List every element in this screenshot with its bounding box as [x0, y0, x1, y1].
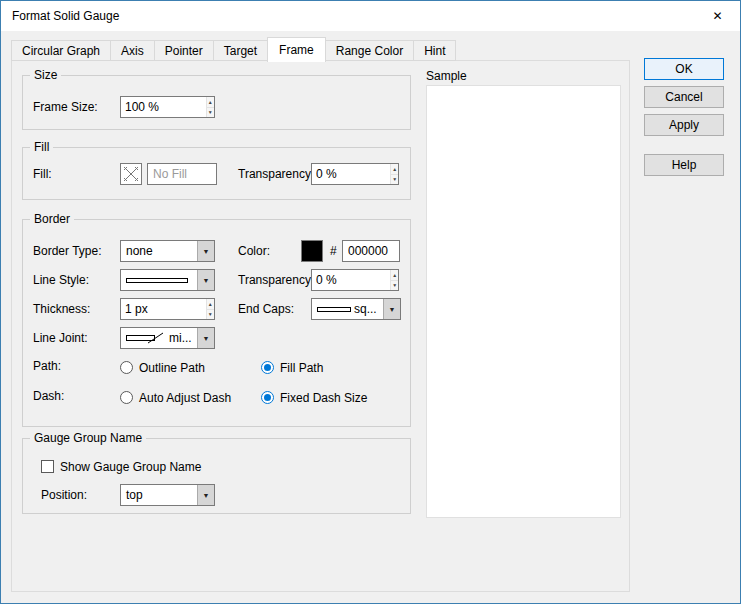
- fill-label: Fill:: [33, 163, 52, 185]
- radio-fixed-dash-size-label: Fixed Dash Size: [280, 391, 367, 405]
- help-button[interactable]: Help: [644, 154, 724, 176]
- end-caps-preview: sq...: [312, 299, 383, 319]
- radio-unchecked-icon: [120, 361, 133, 374]
- radio-unchecked-icon: [120, 391, 133, 404]
- frame-size-input[interactable]: [121, 97, 206, 117]
- gauge-group-legend: Gauge Group Name: [30, 431, 146, 445]
- show-gauge-group-name-label: Show Gauge Group Name: [60, 460, 201, 474]
- frame-tab-panel: Size Frame Size: ▲ ▼ Fill Fill: Transpar…: [11, 60, 630, 592]
- tab-pointer[interactable]: Pointer: [154, 40, 214, 61]
- line-joint-label: Line Joint:: [33, 327, 88, 349]
- fill-pattern-button[interactable]: [120, 163, 142, 185]
- radio-fill-path-label: Fill Path: [280, 361, 323, 375]
- border-transparency-stepper[interactable]: ▲ ▼: [311, 269, 399, 291]
- radio-auto-adjust-dash-label: Auto Adjust Dash: [139, 391, 231, 405]
- thickness-stepper[interactable]: ▲ ▼: [120, 298, 215, 320]
- line-joint-select[interactable]: mi... ▼: [120, 327, 215, 349]
- line-joint-preview: mi...: [121, 328, 197, 348]
- spin-up-icon[interactable]: ▲: [391, 270, 398, 281]
- border-type-value: none: [121, 241, 197, 261]
- size-group-legend: Size: [30, 68, 61, 82]
- border-color-label: Color:: [238, 240, 270, 262]
- tab-axis[interactable]: Axis: [110, 40, 155, 61]
- tab-strip: Circular Graph Axis Pointer Target Frame…: [11, 36, 456, 61]
- cancel-button[interactable]: Cancel: [644, 86, 724, 108]
- line-joint-value: mi...: [169, 331, 192, 345]
- spin-down-icon[interactable]: ▼: [207, 310, 214, 320]
- radio-outline-path-label: Outline Path: [139, 361, 205, 375]
- checkbox-unchecked-icon: [41, 460, 54, 473]
- end-caps-value: sq...: [354, 302, 377, 316]
- fill-transparency-label: Transparency:: [238, 163, 314, 185]
- hatch-pattern-icon: [124, 167, 138, 181]
- radio-fixed-dash-size[interactable]: Fixed Dash Size: [261, 390, 367, 405]
- thickness-label: Thickness:: [33, 298, 90, 320]
- fill-transparency-input[interactable]: [312, 164, 390, 184]
- radio-fill-path[interactable]: Fill Path: [261, 360, 323, 375]
- radio-auto-adjust-dash[interactable]: Auto Adjust Dash: [120, 390, 231, 405]
- border-color-swatch[interactable]: [301, 240, 323, 262]
- dash-label: Dash:: [33, 385, 64, 407]
- spin-down-icon[interactable]: ▼: [391, 175, 398, 185]
- thickness-input[interactable]: [121, 299, 206, 319]
- fill-value-input[interactable]: [147, 163, 217, 185]
- format-solid-gauge-dialog: Format Solid Gauge ✕ Circular Graph Axis…: [0, 0, 741, 604]
- end-caps-label: End Caps:: [238, 298, 294, 320]
- line-joint-icon: [126, 332, 166, 344]
- frame-size-stepper[interactable]: ▲ ▼: [120, 96, 215, 118]
- tab-target[interactable]: Target: [213, 40, 268, 61]
- border-type-select[interactable]: none ▼: [120, 240, 215, 262]
- border-transparency-label: Transparency:: [238, 269, 314, 291]
- chevron-down-icon: ▼: [197, 270, 214, 290]
- spin-up-icon[interactable]: ▲: [207, 97, 214, 108]
- border-transparency-spin-buttons: ▲ ▼: [390, 270, 398, 290]
- border-color-hex-input[interactable]: [342, 240, 400, 262]
- window-title: Format Solid Gauge: [1, 9, 119, 23]
- end-caps-line-icon: [317, 307, 351, 312]
- size-group: Size Frame Size: ▲ ▼: [22, 75, 411, 130]
- show-gauge-group-name-checkbox[interactable]: Show Gauge Group Name: [41, 459, 201, 474]
- close-icon[interactable]: ✕: [695, 1, 740, 31]
- position-select[interactable]: top ▼: [120, 484, 215, 506]
- apply-button[interactable]: Apply: [644, 114, 724, 136]
- tab-hint[interactable]: Hint: [413, 40, 456, 61]
- fill-group: Fill Fill: Transparency: ▲ ▼: [22, 147, 411, 200]
- path-label: Path:: [33, 355, 61, 377]
- tab-range-color[interactable]: Range Color: [325, 40, 414, 61]
- border-group: Border Border Type: none ▼ Color: # Line…: [22, 219, 411, 427]
- sample-label: Sample: [426, 69, 467, 83]
- spin-down-icon[interactable]: ▼: [207, 108, 214, 118]
- ok-button[interactable]: OK: [644, 58, 724, 80]
- thickness-spin-buttons: ▲ ▼: [206, 299, 214, 319]
- spin-up-icon[interactable]: ▲: [391, 164, 398, 175]
- line-style-icon: [126, 278, 188, 283]
- chevron-down-icon: ▼: [197, 241, 214, 261]
- frame-size-spin-buttons: ▲ ▼: [206, 97, 214, 117]
- sample-preview: [426, 85, 621, 518]
- spin-down-icon[interactable]: ▼: [391, 281, 398, 291]
- tab-frame[interactable]: Frame: [267, 37, 326, 62]
- border-group-legend: Border: [30, 212, 74, 226]
- radio-checked-icon: [261, 391, 274, 404]
- line-style-label: Line Style:: [33, 269, 89, 291]
- line-style-select[interactable]: ▼: [120, 269, 215, 291]
- chevron-down-icon: ▼: [197, 328, 214, 348]
- chevron-down-icon: ▼: [383, 299, 400, 319]
- border-transparency-input[interactable]: [312, 270, 390, 290]
- line-style-preview: [121, 270, 197, 290]
- end-caps-select[interactable]: sq... ▼: [311, 298, 401, 320]
- border-type-label: Border Type:: [33, 240, 101, 262]
- radio-checked-icon: [261, 361, 274, 374]
- gauge-group-name-group: Gauge Group Name Show Gauge Group Name P…: [22, 438, 411, 514]
- tab-circular-graph[interactable]: Circular Graph: [11, 40, 111, 61]
- radio-outline-path[interactable]: Outline Path: [120, 360, 205, 375]
- spin-up-icon[interactable]: ▲: [207, 299, 214, 310]
- hex-hash-label: #: [330, 240, 337, 262]
- chevron-down-icon: ▼: [197, 485, 214, 505]
- fill-group-legend: Fill: [30, 140, 53, 154]
- frame-size-label: Frame Size:: [33, 96, 98, 118]
- fill-transparency-spin-buttons: ▲ ▼: [390, 164, 398, 184]
- position-label: Position:: [41, 484, 87, 506]
- fill-transparency-stepper[interactable]: ▲ ▼: [311, 163, 399, 185]
- position-value: top: [121, 485, 197, 505]
